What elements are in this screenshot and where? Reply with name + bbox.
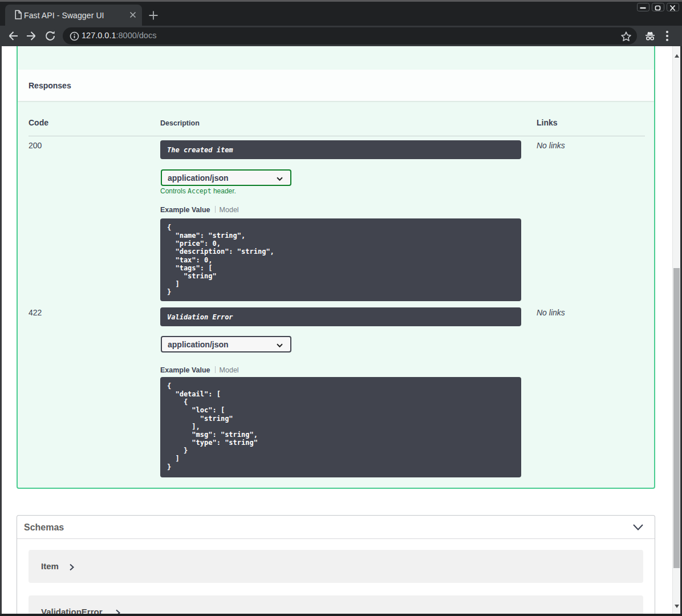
url-path: :8000/docs bbox=[116, 31, 156, 40]
responses-title: Responses bbox=[29, 81, 71, 90]
schemas-header-divider bbox=[17, 538, 655, 539]
scrollbar-up-arrow[interactable] bbox=[675, 50, 679, 60]
address-bar[interactable]: 127.0.0.1:8000/docs bbox=[63, 27, 637, 44]
window-bottom-edge bbox=[0, 614, 682, 616]
bookmark-star-icon[interactable] bbox=[620, 31, 632, 44]
site-info-icon[interactable] bbox=[70, 31, 79, 43]
example-json-200: { "name": "string", "price": 0, "descrip… bbox=[160, 218, 521, 301]
tab-example-value-422[interactable]: Example Value bbox=[160, 366, 210, 374]
model-validationerror-name: ValidationError bbox=[41, 607, 103, 614]
chevron-down-icon bbox=[275, 175, 284, 183]
tab-title: Fast API - Swagger UI bbox=[24, 11, 104, 20]
model-validationerror[interactable]: ValidationError bbox=[29, 595, 643, 614]
page-favicon-icon bbox=[14, 10, 23, 22]
accept-note-suffix: header. bbox=[212, 187, 236, 195]
model-item-name: Item bbox=[41, 561, 59, 571]
chevron-right-icon[interactable] bbox=[68, 563, 75, 573]
column-header-description: Description bbox=[160, 119, 200, 127]
tab-model-422[interactable]: Model bbox=[220, 366, 239, 374]
new-tab-button[interactable] bbox=[148, 10, 159, 23]
example-json-422: { "detail": [ { "loc": [ "string" ], "ms… bbox=[160, 377, 521, 477]
scrollbar-thumb[interactable] bbox=[673, 268, 680, 568]
url-text: 127.0.0.1:8000/docs bbox=[82, 31, 156, 40]
media-type-value-422: application/json bbox=[168, 340, 229, 349]
example-model-tabs-200: Example ValueModel bbox=[160, 204, 239, 212]
reload-icon[interactable] bbox=[44, 30, 56, 44]
responses-section-header bbox=[18, 70, 654, 101]
accept-header-note: Controls Accept header. bbox=[160, 187, 236, 195]
tab-example-value-200[interactable]: Example Value bbox=[160, 206, 210, 214]
column-header-code: Code bbox=[29, 118, 48, 127]
media-type-select-200[interactable]: application/json bbox=[161, 169, 291, 186]
window-close-button[interactable] bbox=[667, 3, 679, 11]
forward-icon[interactable] bbox=[25, 30, 38, 44]
browser-menu-icon[interactable] bbox=[665, 29, 669, 45]
schemas-collapse-icon[interactable] bbox=[632, 523, 644, 534]
scrollbar-down-arrow[interactable] bbox=[675, 600, 679, 610]
response-code-200: 200 bbox=[29, 141, 42, 150]
tab-model-200[interactable]: Model bbox=[220, 206, 239, 214]
example-model-tabs-422: Example ValueModel bbox=[160, 364, 239, 372]
table-header-divider bbox=[29, 136, 645, 136]
browser-tab[interactable]: Fast API - Swagger UI bbox=[5, 5, 142, 26]
tab-bar: Fast API - Swagger UI bbox=[0, 2, 682, 26]
window-right-edge bbox=[680, 46, 682, 616]
window-minimize-button[interactable] bbox=[637, 3, 649, 11]
chevron-right-icon[interactable] bbox=[115, 609, 121, 614]
tab-close-icon[interactable] bbox=[128, 10, 138, 22]
accept-note-code: Accept bbox=[188, 187, 212, 195]
incognito-icon bbox=[643, 29, 657, 45]
media-type-select-422[interactable]: application/json bbox=[161, 336, 291, 352]
tab-divider bbox=[215, 366, 216, 373]
schemas-title: Schemas bbox=[24, 522, 64, 533]
browser-window: Fast API - Swagger UI bbox=[0, 0, 682, 616]
model-item[interactable]: Item bbox=[29, 550, 643, 583]
window-maximize-button[interactable] bbox=[652, 3, 664, 11]
browser-toolbar: 127.0.0.1:8000/docs bbox=[0, 26, 682, 46]
swagger-page: Responses Code Description Links 200 The… bbox=[2, 46, 680, 614]
media-type-value-200: application/json bbox=[168, 173, 229, 183]
links-cell-422: No links bbox=[537, 308, 565, 317]
response-code-422: 422 bbox=[29, 308, 42, 317]
chevron-down-icon bbox=[275, 341, 284, 350]
accept-note-prefix: Controls bbox=[160, 187, 188, 195]
url-host: 127.0.0.1 bbox=[82, 31, 116, 40]
response-description-200: The created item bbox=[160, 140, 521, 159]
column-header-links: Links bbox=[537, 118, 558, 127]
links-cell-200: No links bbox=[537, 141, 565, 150]
tab-divider bbox=[215, 206, 216, 213]
page-scrollbar[interactable] bbox=[672, 46, 680, 614]
back-icon[interactable] bbox=[7, 30, 19, 44]
response-description-422: Validation Error bbox=[160, 307, 521, 326]
schemas-section: Schemas Item ValidationError bbox=[17, 515, 655, 614]
